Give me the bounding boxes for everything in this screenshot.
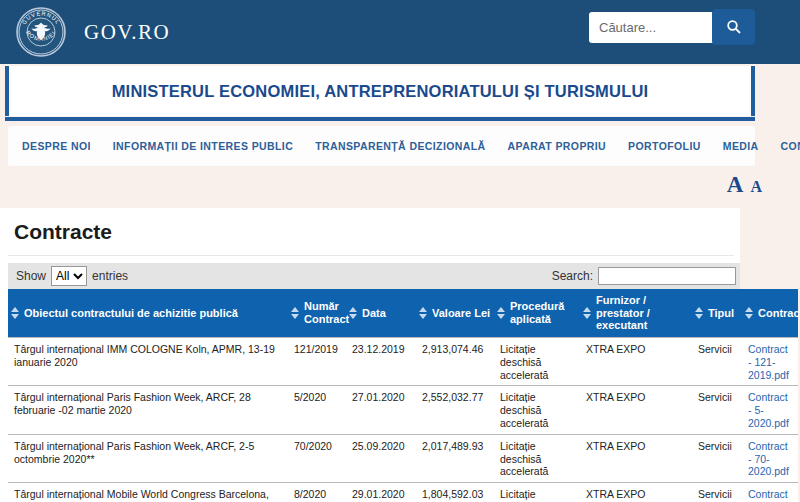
column-header[interactable]: Număr Contract <box>288 289 346 337</box>
cell-data: 25.09.2020 <box>346 434 416 482</box>
government-seal: GUVERNUL ROMÂNIEI <box>16 7 66 57</box>
column-header[interactable]: Valoare Lei <box>416 289 494 337</box>
column-header-label: Data <box>362 307 386 320</box>
cell-obiect: Târgul internațional Paris Fashion Week,… <box>8 434 288 482</box>
column-header-label: Tipul <box>708 307 734 320</box>
table-header-row: Obiectul contractului de achizitie publi… <box>8 289 798 337</box>
brand-logo[interactable]: GOV.RO <box>84 0 170 64</box>
cell-furnizor: XTRA EXPO <box>580 337 692 385</box>
font-decrease-button[interactable]: A <box>750 178 762 196</box>
contracts-table: Obiectul contractului de achizitie publi… <box>8 289 798 502</box>
column-header[interactable]: Data <box>346 289 416 337</box>
cell-contract: Contract - 121-2019.pdf <box>742 337 798 385</box>
sort-icon[interactable] <box>419 307 427 319</box>
cell-valoare-lei: 2,913,074.46 <box>416 337 494 385</box>
nav-item[interactable]: DESPRE NOI <box>22 140 91 152</box>
cell-procedura: Licitație deschisă accelerată <box>494 337 580 385</box>
main-nav: DESPRE NOI INFORMAȚII DE INTERES PUBLIC … <box>8 126 755 166</box>
cell-furnizor: XTRA EXPO <box>580 386 692 434</box>
sort-icon[interactable] <box>695 307 703 319</box>
table-row: Târgul internațional IMM COLOGNE Koln, A… <box>8 337 798 385</box>
cell-valoare-lei: 1,804,592.03 <box>416 483 494 502</box>
cell-data: 27.01.2020 <box>346 386 416 434</box>
cell-contract: Contract - 8-2020.pdf <box>742 483 798 502</box>
cell-obiect: Târgul internațional Mobile World Congre… <box>8 483 288 502</box>
sort-icon[interactable] <box>11 307 19 319</box>
table-row: Târgul internațional Paris Fashion Week,… <box>8 386 798 434</box>
table-row: Târgul internațional Paris Fashion Week,… <box>8 434 798 482</box>
nav-item[interactable]: PORTOFOLIU <box>628 140 701 152</box>
cell-numar-contract: 8/2020 <box>288 483 346 502</box>
cell-furnizor: XTRA EXPO <box>580 483 692 502</box>
show-entries: Show All entries <box>16 266 128 286</box>
cell-valoare-lei: 2,017,489.93 <box>416 434 494 482</box>
banner-divider <box>5 117 755 121</box>
column-header[interactable]: Furnizor / prestator / executant <box>580 289 692 337</box>
cell-tipul: Servicii <box>692 434 742 482</box>
cell-numar-contract: 121/2019 <box>288 337 346 385</box>
cell-obiect: Târgul internațional Paris Fashion Week,… <box>8 386 288 434</box>
cell-procedura: Licitație deschisă accelerată <box>494 386 580 434</box>
cell-tipul: Servicii <box>692 337 742 385</box>
sort-icon[interactable] <box>291 307 299 319</box>
cell-data: 29.01.2020 <box>346 483 416 502</box>
cell-numar-contract: 70/2020 <box>288 434 346 482</box>
nav-item[interactable]: TRANSPARENȚĂ DECIZIONALĂ <box>315 140 485 152</box>
table-row: Târgul internațional Mobile World Congre… <box>8 483 798 502</box>
column-header[interactable]: Contract <box>742 289 798 337</box>
column-header-label: Procedură aplicată <box>510 300 577 325</box>
cell-data: 23.12.2019 <box>346 337 416 385</box>
site-header: GUVERNUL ROMÂNIEI GOV.RO <box>0 0 800 64</box>
column-header-label: Furnizor / prestator / executant <box>596 294 689 332</box>
sort-icon[interactable] <box>349 307 357 319</box>
contract-pdf-link[interactable]: Contract - 5-2020.pdf <box>748 391 789 429</box>
column-header-label: Obiectul contractului de achizitie publi… <box>24 307 238 320</box>
nav-item[interactable]: MEDIA <box>723 140 759 152</box>
nav-item[interactable]: INFORMAȚII DE INTERES PUBLIC <box>113 140 293 152</box>
search-button[interactable] <box>712 9 755 45</box>
cell-numar-contract: 5/2020 <box>288 386 346 434</box>
sort-icon[interactable] <box>583 307 591 319</box>
header-search <box>589 9 755 45</box>
cell-contract: Contract - 70-2020.pdf <box>742 434 798 482</box>
content-area: Contracte Show All entries Search: <box>0 208 740 502</box>
cell-tipul: Servicii <box>692 483 742 502</box>
contract-pdf-link[interactable]: Contract - 121-2019.pdf <box>748 343 789 381</box>
nav-item[interactable]: APARAT PROPRIU <box>508 140 607 152</box>
cell-contract: Contract - 5-2020.pdf <box>742 386 798 434</box>
search-icon <box>726 19 742 35</box>
sort-icon[interactable] <box>745 307 753 319</box>
table-controls: Show All entries Search: <box>8 263 740 289</box>
table-search-label: Search: <box>552 269 593 283</box>
font-resize-controls: A A <box>727 172 762 198</box>
nav-items: DESPRE NOI INFORMAȚII DE INTERES PUBLIC … <box>22 140 800 152</box>
entries-label: entries <box>92 269 128 283</box>
cell-tipul: Servicii <box>692 386 742 434</box>
entries-select[interactable]: All <box>51 266 87 286</box>
search-input[interactable] <box>589 12 714 43</box>
cell-procedura: Licitație deschisă accelerată <box>494 483 580 502</box>
show-label: Show <box>16 269 46 283</box>
cell-valoare-lei: 2,552,032.77 <box>416 386 494 434</box>
font-resize-strip: A A <box>0 166 800 208</box>
cell-furnizor: XTRA EXPO <box>580 434 692 482</box>
sort-icon[interactable] <box>497 307 505 319</box>
ministry-banner: MINISTERUL ECONOMIEI, ANTREPRENORIATULUI… <box>5 66 755 116</box>
contract-pdf-link[interactable]: Contract - 70-2020.pdf <box>748 440 789 478</box>
page-title: Contracte <box>14 220 740 244</box>
title-divider <box>8 255 734 256</box>
column-header[interactable]: Tipul <box>692 289 742 337</box>
cell-procedura: Licitație deschisă accelerată <box>494 434 580 482</box>
table-search: Search: <box>552 267 736 285</box>
column-header-label: Valoare Lei <box>432 307 490 320</box>
nav-item[interactable]: CONTACT <box>781 140 800 152</box>
table-search-input[interactable] <box>598 267 736 285</box>
column-header-label: Contract <box>758 307 800 320</box>
column-header[interactable]: Procedură aplicată <box>494 289 580 337</box>
contract-pdf-link[interactable]: Contract - 8-2020.pdf <box>748 488 789 502</box>
column-header[interactable]: Obiectul contractului de achizitie publi… <box>8 289 288 337</box>
cell-obiect: Târgul internațional IMM COLOGNE Koln, A… <box>8 337 288 385</box>
font-increase-button[interactable]: A <box>727 172 744 198</box>
column-header-label: Număr Contract <box>304 300 349 325</box>
ministry-title: MINISTERUL ECONOMIEI, ANTREPRENORIATULUI… <box>112 82 649 101</box>
